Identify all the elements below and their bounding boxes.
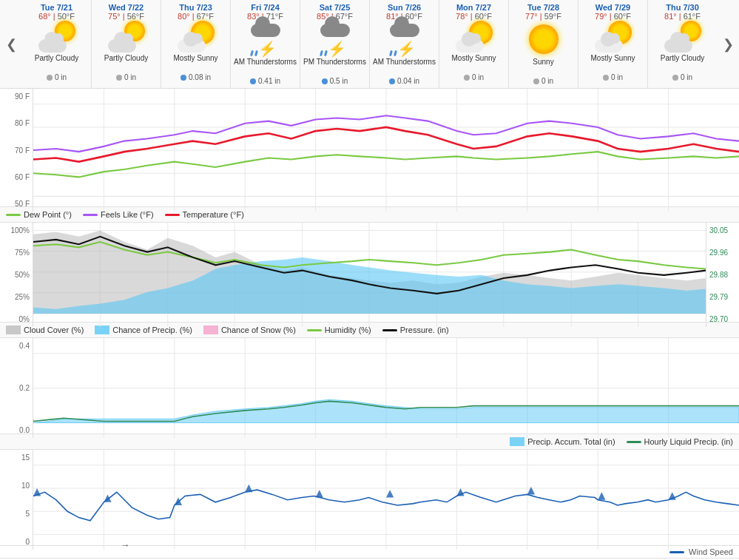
cloud-color: [6, 325, 21, 334]
svg-marker-56: [33, 488, 41, 496]
day-temp: 75° | 56°F: [93, 12, 159, 21]
sun-icon: [529, 24, 559, 54]
legend-cloud: Cloud Cover (%): [6, 325, 84, 334]
pressure-color: [382, 329, 397, 331]
day-date: Sun 7/26: [371, 3, 437, 12]
day-date: Sat 7/25: [302, 3, 368, 12]
lightning-icon: ⚡: [397, 40, 416, 58]
day-date: Thu 7/23: [163, 3, 229, 12]
wind-chart-area: →: [33, 450, 739, 550]
dewpoint-color: [6, 214, 21, 216]
svg-marker-61: [386, 490, 394, 497]
hourly-liquid-color: [627, 441, 641, 443]
precip-dot: [389, 78, 395, 84]
y-axis-label: 0.4: [3, 342, 30, 350]
legend-precip: Chance of Precip. (%): [95, 325, 192, 334]
forecast-day-0[interactable]: Tue 7/21 68° | 50°F Partly Cloudy 0 in: [22, 0, 92, 88]
legend-snow: Chance of Snow (%): [203, 325, 296, 334]
forecast-day-5[interactable]: Sun 7/26 81° | 60°F ⚡ AM Thunderstorms 0…: [370, 0, 439, 88]
day-precip: 0 in: [93, 73, 159, 81]
mostly-sunny-icon: [595, 21, 632, 54]
y-axis-label: 80 F: [3, 119, 30, 127]
svg-marker-57: [104, 494, 111, 502]
legend-humidity: Humidity (%): [307, 325, 371, 334]
storm-icon: ⚡: [247, 21, 284, 58]
svg-text:→: →: [121, 540, 129, 550]
day-date: Thu 7/30: [649, 3, 715, 12]
hourly-liquid-label: Hourly Liquid Precip. (in): [644, 437, 733, 446]
day-condition: Partly Cloudy: [649, 54, 715, 72]
day-condition: Partly Cloudy: [93, 54, 159, 72]
day-temp: 81° | 61°F: [649, 12, 715, 21]
forecast-day-7[interactable]: Tue 7/28 77° | 59°F Sunny 0 in: [509, 0, 578, 88]
day-precip: 0 in: [649, 73, 715, 81]
precip-color: [95, 325, 109, 334]
y-axis-label: 0%: [3, 315, 30, 323]
svg-marker-64: [598, 492, 605, 499]
legend-hourly-liquid: Hourly Liquid Precip. (in): [627, 437, 733, 446]
precip-dot: [603, 75, 609, 81]
day-date: Tue 7/21: [24, 3, 90, 12]
precip-dot: [47, 75, 53, 81]
day-condition: Mostly Sunny: [580, 54, 646, 72]
pressure-y-label: 29.70: [709, 315, 736, 323]
cloud-shape: [178, 39, 206, 53]
svg-marker-63: [527, 487, 535, 494]
lightning-icon: ⚡: [328, 40, 346, 58]
y-axis-label: 100%: [3, 226, 30, 235]
day-condition: AM Thunderstorms: [371, 58, 437, 75]
day-condition: Mostly Sunny: [163, 54, 229, 72]
raindrop: [389, 50, 393, 57]
legend-pressure: Pressure. (in): [382, 325, 449, 334]
forecast-bar: ❮ Tue 7/21 68° | 50°F Partly Cloudy 0 in…: [0, 0, 739, 89]
y-axis-label: 0.2: [3, 384, 30, 392]
day-temp: 68° | 50°F: [24, 12, 90, 21]
forecast-day-9[interactable]: Thu 7/30 81° | 61°F Partly Cloudy 0 in: [648, 0, 717, 88]
precip-dot: [116, 75, 122, 81]
forecast-day-4[interactable]: Sat 7/25 85° | 67°F ⚡ PM Thunderstorms 0…: [300, 0, 370, 88]
day-date: Tue 7/28: [510, 3, 576, 12]
day-temp: 78° | 60°F: [441, 12, 507, 21]
partly-cloudy-icon: [664, 21, 701, 54]
day-date: Wed 7/29: [580, 3, 646, 12]
cloud-shape: [108, 39, 136, 53]
day-precip: 0 in: [441, 73, 507, 81]
partly-cloudy-icon: [38, 21, 75, 54]
forecast-day-3[interactable]: Fri 7/24 83° | 71°F ⚡ AM Thunderstorms 0…: [231, 0, 300, 88]
y-axis-label: 25%: [3, 293, 30, 301]
cloud-shape: [664, 39, 692, 53]
snow-label: Chance of Snow (%): [221, 325, 296, 334]
precip-dot: [464, 75, 470, 81]
next-arrow[interactable]: ❯: [717, 0, 739, 88]
prev-arrow[interactable]: ❮: [0, 0, 22, 88]
precip-dot: [322, 78, 328, 84]
forecast-day-1[interactable]: Wed 7/22 75° | 56°F Partly Cloudy 0 in: [92, 0, 161, 88]
y-axis-label: 5: [3, 510, 30, 518]
precip-dot: [672, 75, 678, 81]
storm-cloud: [320, 24, 350, 37]
mostly-sunny-icon: [178, 21, 215, 54]
storm-cloud: [251, 24, 280, 37]
temperature-color: [165, 214, 180, 216]
y-axis-label: 75%: [3, 249, 30, 257]
weather-widget: ❮ Tue 7/21 68° | 50°F Partly Cloudy 0 in…: [0, 0, 739, 560]
pressure-y-axis: 30.0529.9629.8829.7929.70: [706, 223, 739, 327]
storm-icon: ⚡: [386, 21, 423, 58]
humidity-color: [307, 329, 322, 331]
partly-cloudy-icon: [108, 21, 145, 54]
pressure-y-label: 29.88: [709, 271, 736, 279]
svg-marker-62: [456, 488, 464, 496]
forecast-day-2[interactable]: Thu 7/23 80° | 67°F Mostly Sunny 0.08 in: [161, 0, 231, 88]
day-precip: 0.5 in: [302, 77, 368, 85]
forecast-day-8[interactable]: Wed 7/29 79° | 60°F Mostly Sunny 0 in: [578, 0, 648, 88]
svg-marker-58: [175, 498, 182, 505]
y-axis-label: 10: [3, 482, 30, 490]
lightning-icon: ⚡: [258, 40, 277, 58]
day-condition: PM Thunderstorms: [302, 58, 368, 75]
day-date: Fri 7/24: [232, 3, 298, 12]
raindrop: [320, 50, 323, 57]
pressure-y-label: 29.79: [709, 293, 736, 301]
day-temp: 80° | 67°F: [163, 12, 229, 21]
day-precip: 0.41 in: [232, 77, 298, 85]
forecast-day-6[interactable]: Mon 7/27 78° | 60°F Mostly Sunny 0 in: [439, 0, 509, 88]
